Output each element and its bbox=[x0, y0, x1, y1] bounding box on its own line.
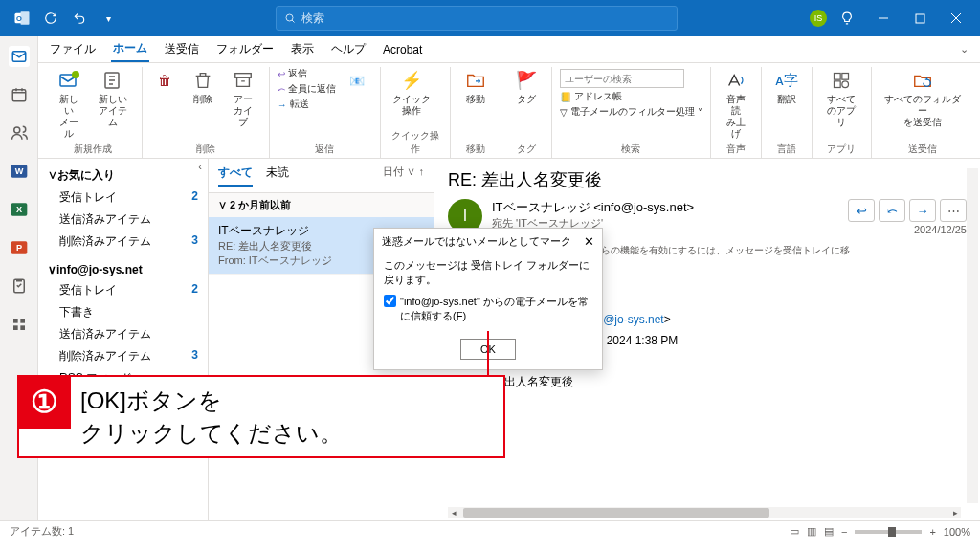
svg-rect-27 bbox=[842, 74, 849, 80]
folder-item[interactable]: 削除済みアイテム3 bbox=[38, 231, 208, 253]
step-number: ① bbox=[17, 375, 71, 429]
maximize-button[interactable] bbox=[903, 4, 936, 33]
scroll-right-icon[interactable]: ▸ bbox=[949, 508, 961, 518]
lightbulb-icon[interactable] bbox=[831, 4, 863, 33]
calendar-icon[interactable] bbox=[9, 84, 30, 105]
horizontal-scrollbar[interactable]: ◂▸ bbox=[448, 507, 961, 518]
all-apps-button[interactable]: すべてのアプリ bbox=[820, 67, 863, 130]
translate-icon: ᴀ字 bbox=[775, 69, 798, 92]
scroll-left-icon[interactable]: ◂ bbox=[448, 508, 459, 518]
undo-icon[interactable] bbox=[69, 8, 90, 29]
group-move: 移動 bbox=[458, 143, 493, 158]
folder-item[interactable]: 削除済みアイテム3 bbox=[38, 345, 208, 367]
new-item-button[interactable]: 新しいアイテム bbox=[92, 67, 134, 130]
svg-rect-28 bbox=[835, 81, 841, 88]
delete-icon bbox=[191, 69, 214, 92]
dialog-title: 迷惑メールではないメールとしてマーク bbox=[382, 234, 571, 249]
move-icon bbox=[464, 69, 487, 92]
svg-point-23 bbox=[72, 71, 79, 78]
tab-help[interactable]: ヘルプ bbox=[329, 37, 368, 61]
folder-item[interactable]: 受信トレイ2 bbox=[38, 279, 208, 301]
tab-home[interactable]: ホーム bbox=[111, 36, 149, 62]
trust-sender-checkbox[interactable]: "info@jo-sys.net" からの電子メールを常に信頼する(F) bbox=[384, 295, 592, 323]
svg-text:W: W bbox=[14, 166, 23, 176]
forward-button[interactable]: →転送 bbox=[278, 98, 336, 111]
group-respond: 返信 bbox=[278, 143, 372, 158]
svg-rect-26 bbox=[835, 74, 841, 80]
view-reading-icon[interactable]: ▥ bbox=[807, 525, 816, 538]
tag-button[interactable]: 🚩タグ bbox=[509, 67, 544, 107]
ignore-button[interactable]: 🗑 bbox=[150, 67, 180, 94]
view-compact-icon[interactable]: ▤ bbox=[824, 525, 834, 538]
archive-button[interactable]: アーカイブ bbox=[226, 67, 261, 130]
read-aloud-button[interactable]: 音声読み上げ bbox=[719, 67, 753, 142]
tab-unread[interactable]: 未読 bbox=[266, 165, 289, 187]
reply-button[interactable]: ↩返信 bbox=[278, 67, 336, 80]
folder-item[interactable]: 送信済みアイテム bbox=[38, 209, 208, 231]
zoom-value: 100% bbox=[944, 526, 970, 538]
date-section[interactable]: ∨ 2 か月前以前 bbox=[209, 193, 434, 217]
folder-item[interactable]: 受信トレイ2 bbox=[38, 187, 208, 209]
forward-action[interactable]: → bbox=[909, 199, 936, 222]
instruction-line2: クリックしてください。 bbox=[80, 417, 490, 450]
quick-steps-button[interactable]: ⚡クイック操作 bbox=[389, 67, 434, 119]
reply-all-icon: ⤺ bbox=[278, 84, 285, 95]
qat-dropdown-icon[interactable]: ▾ bbox=[98, 8, 119, 29]
people-icon[interactable] bbox=[9, 122, 30, 143]
reply-action[interactable]: ↩ bbox=[848, 199, 875, 222]
avatar[interactable]: IS bbox=[810, 10, 827, 27]
search-input[interactable]: 検索 bbox=[276, 6, 678, 31]
more-actions[interactable]: ⋯ bbox=[940, 199, 967, 222]
tab-folder[interactable]: フォルダー bbox=[214, 37, 276, 61]
vertical-scrollbar[interactable] bbox=[967, 168, 978, 503]
svg-rect-21 bbox=[20, 325, 25, 330]
sort-button[interactable]: 日付 ∨ ↑ bbox=[383, 165, 424, 187]
view-normal-icon[interactable]: ▭ bbox=[790, 525, 799, 538]
move-button[interactable]: 移動 bbox=[458, 67, 493, 107]
close-button[interactable] bbox=[940, 4, 972, 33]
new-mail-button[interactable]: 新しいメール bbox=[52, 67, 86, 142]
more-apps-icon[interactable] bbox=[9, 314, 30, 335]
meeting-button[interactable]: 📧 bbox=[342, 67, 372, 94]
minimize-button[interactable] bbox=[867, 4, 900, 33]
user-search-input[interactable] bbox=[560, 69, 684, 88]
tab-acrobat[interactable]: Acrobat bbox=[381, 39, 424, 60]
reply-all-button[interactable]: ⤺全員に返信 bbox=[278, 82, 336, 96]
svg-point-29 bbox=[842, 81, 849, 88]
account-header[interactable]: ∨info@jo-sys.net bbox=[38, 260, 208, 279]
sync-icon[interactable] bbox=[40, 8, 61, 29]
word-icon[interactable]: W bbox=[9, 161, 30, 182]
delete-button[interactable]: 削除 bbox=[186, 67, 220, 107]
tab-view[interactable]: 表示 bbox=[289, 37, 316, 61]
tab-sendreceive[interactable]: 送受信 bbox=[163, 37, 201, 61]
svg-point-3 bbox=[286, 14, 293, 21]
address-book-button[interactable]: 📒アドレス帳 bbox=[560, 90, 702, 103]
mail-icon[interactable] bbox=[9, 46, 30, 67]
folder-item[interactable]: 送信済みアイテム bbox=[38, 323, 208, 345]
zoom-out-icon[interactable]: − bbox=[841, 526, 847, 538]
message-date: 2024/12/25 bbox=[848, 224, 967, 235]
favorites-header[interactable]: ∨お気に入り bbox=[38, 165, 208, 187]
translate-button[interactable]: ᴀ字翻訳 bbox=[769, 67, 804, 107]
send-receive-all-button[interactable]: すべてのフォルダーを送受信 bbox=[880, 67, 967, 130]
tasks-icon[interactable] bbox=[9, 276, 30, 297]
apps-icon bbox=[830, 69, 853, 92]
powerpoint-icon[interactable]: P bbox=[9, 237, 30, 258]
checkbox-input[interactable] bbox=[384, 295, 396, 307]
ribbon-collapse-icon[interactable]: ⌄ bbox=[958, 39, 970, 59]
zoom-in-icon[interactable]: + bbox=[929, 526, 935, 538]
excel-icon[interactable]: X bbox=[9, 199, 30, 220]
scroll-thumb[interactable] bbox=[463, 508, 769, 518]
folder-item[interactable]: 下書き bbox=[38, 301, 208, 323]
close-icon[interactable]: ✕ bbox=[584, 234, 594, 249]
reply-icon: ↩ bbox=[278, 69, 285, 79]
zoom-slider[interactable] bbox=[855, 530, 922, 534]
tab-file[interactable]: ファイル bbox=[48, 37, 98, 61]
instruction-line1: [OK]ボタンを bbox=[80, 385, 490, 417]
tab-all[interactable]: すべて bbox=[218, 165, 253, 187]
filter-button[interactable]: ▽電子メールのフィルター処理 ˅ bbox=[560, 105, 702, 119]
reply-all-action[interactable]: ⤺ bbox=[879, 199, 905, 222]
collapse-folders-icon[interactable]: ‹ bbox=[198, 161, 202, 172]
svg-rect-9 bbox=[12, 90, 26, 101]
svg-text:O: O bbox=[16, 14, 22, 23]
